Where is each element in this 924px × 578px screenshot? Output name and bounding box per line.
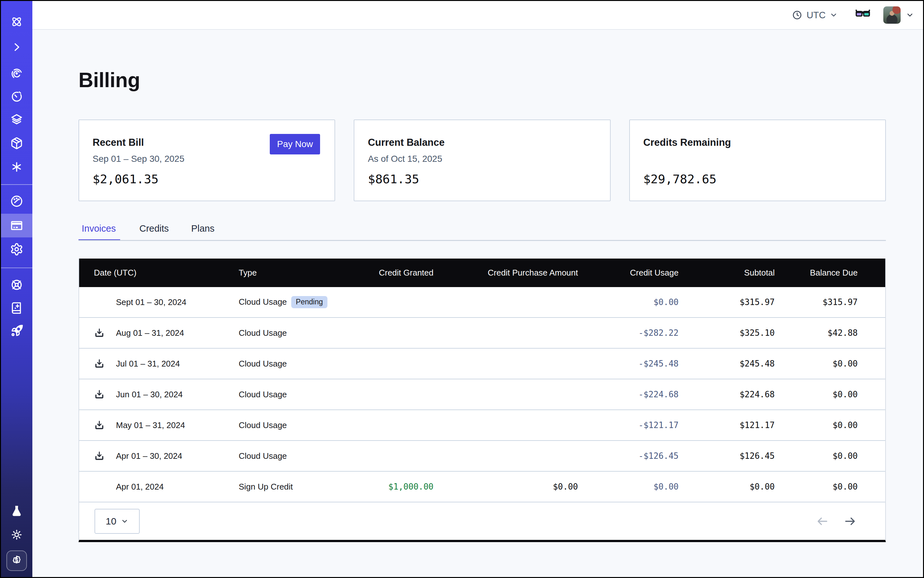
- glasses-3d-icon: [855, 7, 870, 22]
- invoice-type: Cloud Usage: [239, 359, 287, 369]
- table-row[interactable]: Apr 01, 2024 Sign Up Credit $1,000.00 $0…: [79, 472, 885, 502]
- sidebar-divider: [1, 184, 32, 185]
- user-menu[interactable]: [883, 6, 914, 24]
- pay-now-button[interactable]: Pay Now: [270, 134, 320, 154]
- sidebar: [1, 1, 32, 577]
- billing-tabs: Invoices Credits Plans: [78, 223, 218, 241]
- invoice-type-cell: Sign Up Credit: [239, 482, 344, 492]
- timer-icon[interactable]: [1, 84, 32, 108]
- credit-purchase-value: $0.00: [434, 482, 578, 492]
- gear-settings-icon[interactable]: [1, 237, 32, 261]
- helm-wheel-icon[interactable]: [1, 273, 32, 297]
- orbit-logo-icon[interactable]: [1, 10, 32, 34]
- invoice-type-cell: Cloud Usage: [239, 359, 344, 369]
- balance-due-value: $0.00: [775, 451, 858, 461]
- prev-page-arrow-icon[interactable]: [816, 515, 829, 528]
- table-row[interactable]: Jun 01 – 30, 2024 Cloud Usage -$224.68 $…: [79, 379, 885, 410]
- credit-usage-value: $0.00: [578, 297, 679, 307]
- dollar-badge-icon: [6, 550, 27, 571]
- avatar: [883, 6, 901, 24]
- column-header-credit-usage: Credit Usage: [578, 268, 679, 278]
- download-cell: [94, 358, 116, 369]
- spiral-trace-icon[interactable]: [1, 62, 32, 85]
- download-cell: [94, 420, 116, 430]
- table-body: Sept 01 – 30, 2024 Cloud Usage Pending $…: [79, 287, 885, 502]
- download-invoice-button[interactable]: [94, 358, 105, 369]
- download-icon: [94, 450, 105, 461]
- reader-glasses-button[interactable]: [855, 7, 870, 23]
- page-size-select[interactable]: 10: [94, 509, 140, 534]
- invoice-type: Cloud Usage: [239, 451, 287, 461]
- credits-dollar-button[interactable]: [1, 549, 32, 573]
- subtotal-value: $245.48: [679, 359, 775, 369]
- invoice-date: Jun 01 – 30, 2024: [116, 390, 239, 399]
- package-cube-icon[interactable]: [1, 132, 32, 155]
- card-title: Recent Bill: [93, 137, 144, 148]
- topbar: UTC: [32, 1, 923, 30]
- card-amount: $2,061.35: [93, 172, 159, 186]
- sidebar-divider: [1, 268, 32, 268]
- invoice-type-cell: Cloud Usage: [239, 328, 344, 338]
- sun-theme-icon[interactable]: [1, 523, 32, 547]
- tab-invoices[interactable]: Invoices: [78, 223, 120, 241]
- card-subtitle: As of Oct 15, 2025: [368, 154, 442, 164]
- credit-usage-value: $0.00: [578, 482, 679, 492]
- table-row[interactable]: Jul 01 – 31, 2024 Cloud Usage -$245.48 $…: [79, 349, 885, 379]
- subtotal-value: $0.00: [679, 482, 775, 492]
- card-title: Current Balance: [368, 137, 444, 148]
- balance-due-value: $0.00: [775, 482, 858, 492]
- table-row[interactable]: Apr 01 – 30, 2024 Cloud Usage -$126.45 $…: [79, 441, 885, 472]
- subtotal-value: $315.97: [679, 297, 775, 307]
- asterisk-icon[interactable]: [1, 155, 32, 179]
- table-row[interactable]: Aug 01 – 31, 2024 Cloud Usage -$282.22 $…: [79, 318, 885, 349]
- tab-plans[interactable]: Plans: [188, 223, 218, 241]
- sidebar-item-billing[interactable]: [1, 214, 32, 237]
- download-cell: [94, 328, 116, 338]
- balance-due-value: $0.00: [775, 390, 858, 399]
- column-header-credit-purchase-amount: Credit Purchase Amount: [434, 268, 578, 278]
- credit-usage-value: -$245.48: [578, 359, 679, 369]
- card-title: Credits Remaining: [643, 137, 731, 148]
- table-footer: 10: [79, 502, 885, 540]
- subtotal-value: $224.68: [679, 390, 775, 399]
- invoice-date: Apr 01 – 30, 2024: [116, 451, 239, 461]
- tab-credits[interactable]: Credits: [136, 223, 172, 241]
- clock-icon: [792, 10, 802, 21]
- layers-icon[interactable]: [1, 108, 32, 132]
- sidebar-collapse-chevron-right-icon[interactable]: [1, 35, 32, 59]
- gauge-icon[interactable]: [1, 189, 32, 213]
- download-invoice-button[interactable]: [94, 450, 105, 461]
- card-amount: $861.35: [368, 172, 419, 186]
- next-page-arrow-icon[interactable]: [844, 515, 856, 528]
- tabs-baseline: [78, 240, 886, 241]
- download-icon: [94, 328, 105, 338]
- balance-due-value: $42.88: [775, 328, 858, 338]
- invoice-type: Cloud Usage: [239, 390, 287, 399]
- balance-due-value: $0.00: [775, 359, 858, 369]
- pagination: [816, 515, 856, 528]
- invoice-type: Sign Up Credit: [239, 482, 293, 492]
- column-header-date: Date (UTC): [94, 268, 239, 278]
- page-size-value: 10: [106, 516, 116, 527]
- download-invoice-button[interactable]: [94, 389, 105, 400]
- invoice-type: Cloud Usage: [239, 328, 287, 338]
- timezone-selector[interactable]: UTC: [792, 10, 838, 21]
- rocket-icon[interactable]: [1, 319, 32, 343]
- download-cell: [94, 450, 116, 461]
- column-header-credit-granted: Credit Granted: [344, 268, 434, 278]
- flask-icon[interactable]: [1, 499, 32, 523]
- column-header-balance-due: Balance Due: [775, 268, 858, 278]
- table-row[interactable]: May 01 – 31, 2024 Cloud Usage -$121.17 $…: [79, 410, 885, 441]
- download-cell: [94, 389, 116, 400]
- credit-usage-value: -$121.17: [578, 421, 679, 430]
- subtotal-value: $126.45: [679, 451, 775, 461]
- invoices-table: Date (UTC) Type Credit Granted Credit Pu…: [78, 258, 886, 542]
- chevron-down-icon: [121, 518, 128, 525]
- summary-cards: Recent Bill Sep 01 – Sep 30, 2025 $2,061…: [78, 120, 886, 201]
- card-amount: $29,782.65: [643, 172, 717, 186]
- book-sparkle-icon[interactable]: [1, 296, 32, 320]
- download-invoice-button[interactable]: [94, 328, 105, 338]
- download-invoice-button[interactable]: [94, 420, 105, 430]
- table-row[interactable]: Sept 01 – 30, 2024 Cloud Usage Pending $…: [79, 287, 885, 318]
- invoice-date: Apr 01, 2024: [116, 482, 239, 492]
